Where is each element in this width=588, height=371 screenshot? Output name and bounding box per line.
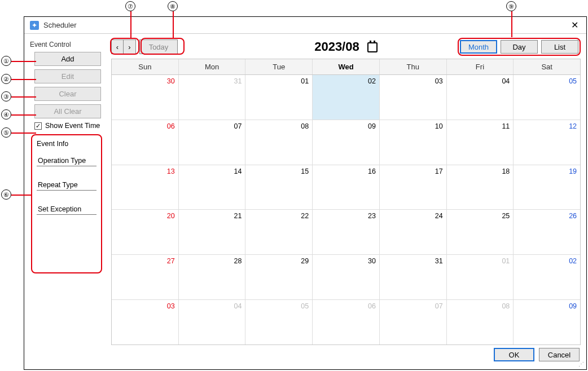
day-cell[interactable]: 08 [447, 300, 514, 344]
weekday-header: Fri [447, 59, 514, 74]
toolbar: ‹ › Today 2023/08 Month Day List [111, 38, 581, 55]
event-info-title: Event Info [36, 140, 98, 148]
set-exception-field[interactable]: Set Exception [37, 203, 96, 215]
day-cell[interactable]: 18 [447, 165, 514, 210]
day-cell[interactable]: 22 [245, 210, 313, 254]
operation-type-field[interactable]: Operation Type [37, 154, 96, 166]
day-cell[interactable]: 23 [313, 210, 380, 254]
day-cell[interactable]: 27 [112, 255, 179, 299]
day-view-button[interactable]: Day [501, 40, 538, 54]
edit-button[interactable]: Edit [34, 69, 101, 83]
show-event-time-checkbox[interactable]: ✓ Show Event Time [34, 122, 104, 130]
day-cell[interactable]: 26 [514, 210, 580, 254]
callout-9: ⑨ [506, 1, 516, 11]
callout-1: ① [1, 56, 11, 66]
day-cell[interactable]: 06 [112, 120, 179, 165]
day-cell[interactable]: 09 [313, 120, 380, 165]
event-info-panel: Event Info Operation Type Repeat Type Se… [31, 134, 102, 273]
calendar-header: SunMonTueWedThuFriSat [112, 59, 580, 75]
resize-grip[interactable]: ⋰ [578, 361, 584, 367]
day-cell[interactable]: 28 [179, 255, 246, 299]
day-cell[interactable]: 03 [112, 300, 179, 344]
day-cell[interactable]: 05 [245, 300, 313, 344]
checkbox-icon: ✓ [34, 122, 42, 130]
event-control-label: Event Control [30, 41, 104, 48]
weekday-header: Tue [245, 59, 313, 74]
callout-8: ⑧ [168, 1, 178, 11]
footer: OK Cancel [24, 345, 586, 364]
calendar-icon[interactable] [367, 42, 378, 52]
weekday-header: Thu [380, 59, 447, 74]
list-view-button[interactable]: List [541, 40, 578, 54]
day-cell[interactable]: 24 [380, 210, 447, 254]
day-cell[interactable]: 04 [447, 75, 514, 120]
day-cell[interactable]: 13 [112, 165, 179, 210]
titlebar: ✦ Scheduler ✕ [24, 17, 586, 34]
weekday-header: Mon [179, 59, 246, 74]
day-cell[interactable]: 16 [313, 165, 380, 210]
weekday-header: Sun [112, 59, 179, 74]
day-cell[interactable]: 01 [447, 255, 514, 299]
day-cell[interactable]: 31 [380, 255, 447, 299]
callout-3: ③ [1, 91, 11, 101]
day-cell[interactable]: 15 [245, 165, 313, 210]
app-icon: ✦ [30, 21, 39, 30]
callout-4: ④ [1, 109, 11, 120]
weekday-header: Sat [514, 59, 580, 74]
day-cell[interactable]: 10 [380, 120, 447, 165]
day-cell[interactable]: 07 [179, 120, 246, 165]
day-cell[interactable]: 17 [380, 165, 447, 210]
close-button[interactable]: ✕ [569, 20, 581, 30]
day-cell[interactable]: 31 [179, 75, 246, 120]
show-event-time-label: Show Event Time [45, 122, 100, 130]
day-cell[interactable]: 19 [514, 165, 580, 210]
ok-button[interactable]: OK [494, 348, 534, 361]
day-cell[interactable]: 25 [447, 210, 514, 254]
all-clear-button[interactable]: All Clear [34, 104, 101, 118]
day-cell[interactable]: 04 [179, 300, 246, 344]
cancel-button[interactable]: Cancel [539, 348, 580, 361]
day-cell[interactable]: 29 [245, 255, 313, 299]
day-cell[interactable]: 20 [112, 210, 179, 254]
day-cell[interactable]: 12 [514, 120, 580, 165]
weekday-header: Wed [313, 59, 380, 74]
callout-2: ② [1, 74, 11, 84]
day-cell[interactable]: 05 [514, 75, 580, 120]
day-cell[interactable]: 02 [514, 255, 580, 299]
day-cell[interactable]: 07 [380, 300, 447, 344]
callout-7: ⑦ [125, 1, 135, 11]
callout-5: ⑤ [1, 127, 11, 138]
day-cell[interactable]: 03 [380, 75, 447, 120]
calendar-body: 3031010203040506070809101112131415161718… [112, 75, 580, 344]
day-cell[interactable]: 06 [313, 300, 380, 344]
add-button[interactable]: Add [34, 52, 101, 66]
main-area: ‹ › Today 2023/08 Month Day List [109, 34, 586, 345]
window-title: Scheduler [43, 21, 569, 29]
day-cell[interactable]: 08 [245, 120, 313, 165]
scheduler-window: ✦ Scheduler ✕ Event Control Add Edit Cle… [24, 16, 587, 370]
view-switcher: Month Day List [458, 38, 581, 56]
repeat-type-field[interactable]: Repeat Type [37, 179, 96, 191]
day-cell[interactable]: 09 [514, 300, 580, 344]
day-cell[interactable]: 02 [313, 75, 380, 120]
month-view-button[interactable]: Month [460, 40, 497, 54]
day-cell[interactable]: 01 [245, 75, 313, 120]
day-cell[interactable]: 30 [313, 255, 380, 299]
clear-button[interactable]: Clear [34, 87, 101, 101]
sidebar: Event Control Add Edit Clear All Clear ✓… [24, 34, 109, 345]
callout-6: ⑥ [1, 189, 11, 200]
day-cell[interactable]: 30 [112, 75, 179, 120]
day-cell[interactable]: 11 [447, 120, 514, 165]
calendar: SunMonTueWedThuFriSat 303101020304050607… [111, 59, 581, 345]
day-cell[interactable]: 14 [179, 165, 246, 210]
day-cell[interactable]: 21 [179, 210, 246, 254]
